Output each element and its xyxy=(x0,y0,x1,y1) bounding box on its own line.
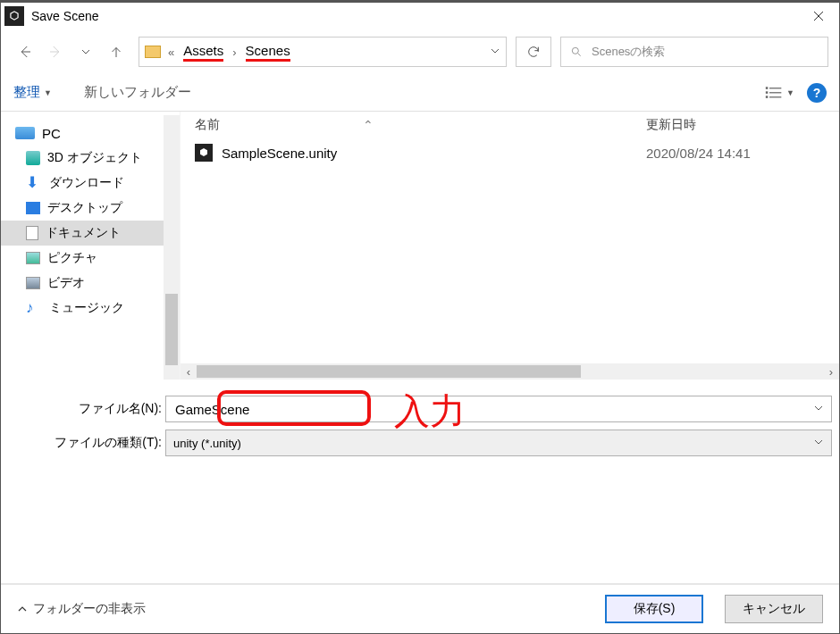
chevron-icon: « xyxy=(168,46,174,59)
sidebar-item-videos[interactable]: ビデオ xyxy=(1,271,180,296)
recent-dropdown[interactable] xyxy=(72,38,99,66)
sidebar-item-music[interactable]: ♪ ミュージック xyxy=(1,296,180,321)
help-button[interactable]: ? xyxy=(807,83,827,103)
refresh-button[interactable] xyxy=(516,37,551,67)
desktop-icon xyxy=(26,202,40,214)
chevron-up-icon xyxy=(17,604,28,614)
music-icon: ♪ xyxy=(26,301,42,315)
unity-icon xyxy=(4,6,24,26)
close-button[interactable] xyxy=(798,2,839,30)
file-row[interactable]: SampleScene.unity 2020/08/24 14:41 xyxy=(181,138,839,167)
forward-button[interactable] xyxy=(42,38,69,66)
dialog-footer: フォルダーの非表示 保存(S) キャンセル xyxy=(1,583,839,633)
sidebar-item-documents[interactable]: ドキュメント xyxy=(1,221,180,246)
cancel-button[interactable]: キャンセル xyxy=(725,595,823,623)
filename-input[interactable] xyxy=(173,401,813,418)
toolbar: 整理 ▼ 新しいフォルダー ▼ ? xyxy=(1,74,839,112)
pc-icon xyxy=(15,127,35,139)
scroll-right-icon[interactable]: › xyxy=(823,363,839,380)
file-name: SampleScene.unity xyxy=(222,146,646,161)
file-list: 名前 ⌃ 更新日時 SampleScene.unity 2020/08/24 1… xyxy=(180,112,839,380)
col-date[interactable]: 更新日時 xyxy=(646,117,825,133)
scroll-left-icon[interactable]: ‹ xyxy=(181,363,197,380)
horizontal-scrollbar[interactable]: ‹ › xyxy=(181,363,839,380)
filename-label: ファイル名(N): xyxy=(55,401,162,417)
unity-file-icon xyxy=(195,144,213,162)
sidebar-pc[interactable]: PC xyxy=(1,121,180,146)
video-icon xyxy=(26,277,40,289)
svg-rect-2 xyxy=(766,91,769,94)
file-header[interactable]: 名前 ⌃ 更新日時 xyxy=(181,112,839,138)
address-bar[interactable]: « Assets › Scenes xyxy=(139,37,507,67)
sidebar-scrollbar[interactable] xyxy=(164,115,180,380)
filename-field[interactable] xyxy=(165,396,832,422)
search-placeholder: Scenesの検索 xyxy=(592,44,665,60)
sidebar-item-pictures[interactable]: ピクチャ xyxy=(1,246,180,271)
new-folder-button[interactable]: 新しいフォルダー xyxy=(84,84,191,101)
filetype-field[interactable]: unity (*.unity) xyxy=(165,430,832,456)
titlebar: Save Scene xyxy=(1,1,839,29)
nav-bar: « Assets › Scenes Scenesの検索 xyxy=(1,29,839,74)
search-icon xyxy=(570,46,583,58)
download-icon: ⬇ xyxy=(26,176,42,190)
sort-indicator: ⌃ xyxy=(363,118,371,132)
sidebar-item-3d[interactable]: 3D オブジェクト xyxy=(1,146,180,171)
main-area: PC 3D オブジェクト ⬇ ダウンロード デスクトップ ドキュメント ピクチャ… xyxy=(1,112,839,380)
file-date: 2020/08/24 14:41 xyxy=(646,146,825,161)
svg-rect-6 xyxy=(769,96,781,97)
save-button[interactable]: 保存(S) xyxy=(605,595,703,623)
svg-rect-1 xyxy=(766,87,769,89)
svg-rect-5 xyxy=(769,92,781,93)
folder-icon xyxy=(145,46,161,58)
view-menu[interactable]: ▼ xyxy=(765,86,794,100)
chevron-right-icon: › xyxy=(232,46,236,59)
hide-folders[interactable]: フォルダーの非表示 xyxy=(17,601,146,617)
organize-menu[interactable]: 整理 ▼ xyxy=(13,84,52,101)
sidebar: PC 3D オブジェクト ⬇ ダウンロード デスクトップ ドキュメント ピクチャ… xyxy=(1,112,180,380)
filetype-dropdown[interactable] xyxy=(813,437,824,450)
filename-dropdown[interactable] xyxy=(813,403,824,416)
view-icon xyxy=(765,86,783,100)
save-form: ファイル名(N): 入力 ファイルの種類(T): unity (*.unity) xyxy=(1,380,839,471)
sidebar-item-downloads[interactable]: ⬇ ダウンロード xyxy=(1,171,180,196)
address-dropdown[interactable] xyxy=(490,46,500,59)
svg-rect-3 xyxy=(766,96,769,98)
sidebar-item-desktop[interactable]: デスクトップ xyxy=(1,196,180,221)
svg-point-0 xyxy=(572,47,578,54)
cube-icon xyxy=(26,151,40,165)
svg-rect-4 xyxy=(769,88,781,88)
search-box[interactable]: Scenesの検索 xyxy=(560,37,828,67)
filetype-value: unity (*.unity) xyxy=(173,437,241,450)
up-button[interactable] xyxy=(103,38,130,66)
picture-icon xyxy=(26,252,40,264)
document-icon xyxy=(26,226,38,240)
breadcrumb-assets[interactable]: Assets xyxy=(183,43,223,62)
back-button[interactable] xyxy=(12,38,38,66)
window-title: Save Scene xyxy=(31,9,99,23)
breadcrumb-scenes[interactable]: Scenes xyxy=(246,43,290,62)
col-name[interactable]: 名前 xyxy=(195,117,220,133)
filetype-label: ファイルの種類(T): xyxy=(55,435,162,451)
